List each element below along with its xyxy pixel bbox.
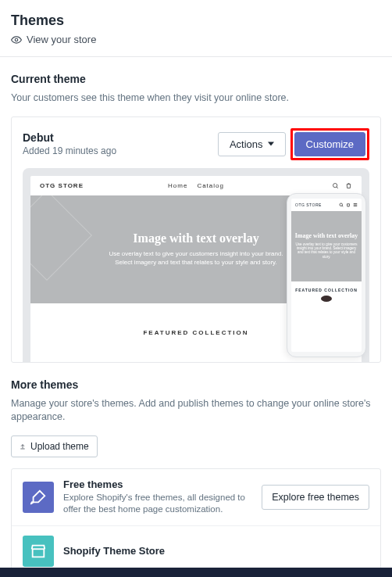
theme-preview: OTG STORE Home Catalog Image with text o… [12, 168, 380, 362]
search-icon [339, 202, 344, 207]
theme-store-title: Shopify Theme Store [63, 545, 369, 557]
more-themes-heading: More themes [11, 378, 381, 391]
bag-icon [346, 202, 351, 207]
svg-point-0 [15, 38, 18, 41]
search-icon [332, 182, 339, 189]
divider [0, 56, 392, 57]
page-title: Themes [11, 13, 381, 29]
svg-point-3 [340, 203, 343, 206]
theme-added-meta: Added 19 minutes ago [23, 145, 116, 156]
actions-button[interactable]: Actions [218, 132, 286, 156]
current-theme-card: Debut Added 19 minutes ago Actions Custo… [11, 116, 381, 363]
preview-nav-catalog: Catalog [197, 182, 224, 189]
bag-icon [345, 182, 352, 189]
preview-hero-sub-mobile: Use overlay text to give your customers … [294, 242, 358, 260]
more-themes-card: Free themes Explore Shopify's free theme… [11, 468, 381, 577]
view-store-label: View your store [27, 34, 96, 45]
caret-down-icon [268, 141, 274, 147]
svg-line-2 [337, 187, 338, 188]
free-themes-row: Free themes Explore Shopify's free theme… [12, 469, 380, 525]
preview-featured-heading-mobile: FEATURED COLLECTION [295, 288, 358, 292]
current-theme-heading: Current theme [11, 73, 381, 85]
preview-brand: OTG STORE [40, 182, 84, 189]
preview-hero-sub: Use overlay text to give your customers … [102, 250, 290, 267]
product-thumb [321, 296, 332, 302]
footer-bar [0, 568, 392, 577]
preview-brand-mobile: OTG STORE [295, 202, 322, 207]
more-themes-desc: Manage your store's themes. Add and publ… [11, 397, 381, 425]
mobile-preview-frame: OTG STORE [287, 193, 366, 357]
upload-icon [20, 443, 26, 450]
menu-icon [353, 202, 358, 207]
store-icon [30, 543, 47, 560]
svg-line-4 [342, 206, 343, 206]
customize-highlight: Customize [290, 128, 369, 160]
theme-name: Debut [23, 131, 116, 144]
upload-theme-label: Upload theme [30, 441, 89, 452]
preview-hero-title: Image with text overlay [133, 231, 258, 245]
customize-button[interactable]: Customize [294, 132, 365, 156]
eye-icon [11, 34, 22, 45]
explore-free-themes-button[interactable]: Explore free themes [262, 485, 369, 510]
actions-label: Actions [230, 138, 263, 150]
brush-icon [30, 489, 47, 506]
free-themes-desc: Explore Shopify's free themes, all desig… [63, 492, 252, 516]
upload-theme-button[interactable]: Upload theme [11, 435, 98, 457]
preview-hero-title-mobile: Image with text overlay [295, 233, 358, 240]
view-store-link[interactable]: View your store [11, 34, 381, 45]
free-themes-title: Free themes [63, 478, 252, 490]
theme-store-tile [23, 536, 54, 567]
svg-point-1 [333, 183, 337, 187]
free-themes-tile [23, 482, 54, 513]
preview-nav-home: Home [168, 182, 187, 189]
current-theme-desc: Your customers see this theme when they … [11, 91, 381, 106]
